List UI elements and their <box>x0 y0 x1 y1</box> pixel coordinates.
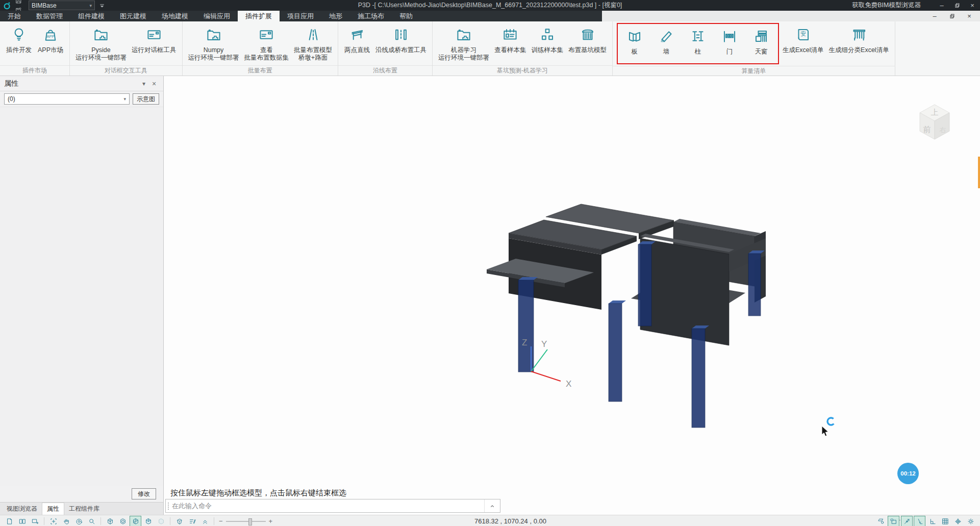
command-bar-drag-handle[interactable] <box>166 503 171 510</box>
axis-x-label: X <box>566 379 571 389</box>
menu-tab-数据管理[interactable]: 数据管理 <box>29 11 70 21</box>
highlight-red-box: 板墙柱门天窗 <box>617 23 779 64</box>
toolbar-options-icon[interactable] <box>98 2 107 9</box>
ribbon-tool-APP市场[interactable]: APPAPP市场 <box>35 22 66 65</box>
gear-icon[interactable] <box>965 516 976 526</box>
mdi-minimize-button[interactable]: – <box>927 11 942 21</box>
object-selector-dropdown[interactable]: (0) ▾ <box>4 93 130 105</box>
orbit-icon[interactable] <box>73 516 85 526</box>
pan-icon[interactable] <box>60 516 72 526</box>
app-bag-icon: APP <box>42 26 59 43</box>
ribbon-group-label: 对话框交互工具 <box>70 65 182 76</box>
panel-tab-属性[interactable]: 属性 <box>42 503 64 515</box>
modify-button[interactable]: 修改 <box>132 488 156 499</box>
zoom-slider-track[interactable] <box>226 521 266 522</box>
view-hidden-line-icon[interactable] <box>117 516 129 526</box>
ribbon-tool-label: 门 <box>726 48 733 56</box>
mdi-close-button[interactable]: × <box>962 11 977 21</box>
menu-tab-帮助[interactable]: 帮助 <box>392 11 420 21</box>
viewport-3d[interactable]: Z Y X 上 前 右 00:12 按住鼠标左键拖动框选模型，点击鼠标右键结束框… <box>164 76 980 515</box>
ribbon-tool-沿线成桥布置工具[interactable]: 沿线成桥布置工具 <box>373 22 429 65</box>
slab-icon <box>626 28 643 45</box>
menu-tab-编辑应用[interactable]: 编辑应用 <box>196 11 238 21</box>
menu-tab-地形[interactable]: 地形 <box>321 11 350 21</box>
zoom-slider-handle[interactable] <box>248 518 252 525</box>
view-realistic-icon[interactable] <box>155 516 167 526</box>
command-input[interactable] <box>171 502 484 510</box>
new-view-icon[interactable] <box>4 516 15 526</box>
ribbon-tool-生成细分类Excel清单[interactable]: 生成细分类Excel清单 <box>826 22 892 66</box>
ribbon-tool-机器学习[interactable]: 机器学习运行环境一键部署 <box>436 22 492 65</box>
statusbar-separator <box>170 517 170 525</box>
command-collapse-button[interactable] <box>484 499 500 512</box>
ribbon-group: Pyside运行环境一键部署运行对话框工具对话框交互工具 <box>70 21 183 76</box>
panel-close-icon[interactable]: × <box>149 80 159 88</box>
zoom-slider[interactable]: − + <box>219 517 272 525</box>
close-button[interactable]: × <box>965 0 980 11</box>
ribbon-tool-训练样本集[interactable]: 训练样本集 <box>529 22 566 65</box>
ribbon-tool-天窗[interactable]: 天窗 <box>745 24 777 63</box>
restore-button[interactable] <box>949 0 965 11</box>
zoom-in-icon[interactable]: + <box>269 517 273 525</box>
menu-tab-组件建模[interactable]: 组件建模 <box>70 11 112 21</box>
ribbon-tool-运行对话框工具[interactable]: 运行对话框工具 <box>129 22 179 65</box>
ribbon-tool-布置基坑模型[interactable]: 布置基坑模型 <box>566 22 609 65</box>
ribbon-tool-label: 训练样本集 <box>532 46 564 54</box>
snap-lasso-icon[interactable] <box>875 516 887 526</box>
zoom-out-icon[interactable]: − <box>219 517 223 525</box>
session-timer-badge[interactable]: 00:12 <box>897 463 919 484</box>
view-wireframe-icon[interactable] <box>104 516 116 526</box>
wall-icon <box>658 28 675 45</box>
ribbon-group: 板墙柱门天窗安生成Excel清单生成细分类Excel清单算量清单 <box>613 21 895 76</box>
zoom-window-icon[interactable] <box>86 516 97 526</box>
right-angle-icon[interactable] <box>926 516 938 526</box>
panel-collapse-icon[interactable]: ▾ <box>139 80 149 87</box>
perpendicular-icon[interactable] <box>914 516 925 526</box>
grid-icon[interactable] <box>939 516 951 526</box>
ribbon-tool-Pyside[interactable]: Pyside运行环境一键部署 <box>73 22 129 65</box>
panel-tab-视图浏览器[interactable]: 视图浏览器 <box>2 503 42 515</box>
dialog-icon <box>145 26 163 43</box>
section-icon[interactable] <box>173 516 185 526</box>
ribbon-tool-查看样本集[interactable]: 查看样本集 <box>492 22 529 65</box>
ribbon-tool-两点直线[interactable]: 两点直线 <box>341 22 373 65</box>
gizmo-icon[interactable] <box>952 516 964 526</box>
collapse-icon[interactable] <box>199 516 211 526</box>
display-filter-icon[interactable] <box>186 516 198 526</box>
view-shaded-edges-icon[interactable] <box>142 516 154 526</box>
save-icon[interactable] <box>13 0 23 6</box>
menu-tab-施工场布[interactable]: 施工场布 <box>350 11 392 21</box>
tile-windows-icon[interactable] <box>16 516 28 526</box>
bim-viewer-link[interactable]: 获取免费BIM模型浏览器 <box>852 1 921 10</box>
workspace-dropdown[interactable]: BIMBase ▾ <box>29 1 95 10</box>
ribbon-tool-查看[interactable]: 查看批量布置数据集 <box>242 22 292 65</box>
chevron-up-icon[interactable]: ˆ <box>899 519 900 523</box>
new-window-icon[interactable] <box>29 516 41 526</box>
menu-tab-图元建模[interactable]: 图元建模 <box>112 11 154 21</box>
ribbon-tool-label: 生成细分类Excel清单 <box>829 46 889 54</box>
excel-book-icon: 安 <box>794 26 812 43</box>
object-snap-icon[interactable] <box>888 516 899 526</box>
ribbon-tool-插件开发[interactable]: 插件开发 <box>3 22 35 65</box>
schematic-button[interactable]: 示意图 <box>133 93 159 105</box>
view-shaded-icon[interactable] <box>130 516 141 526</box>
ribbon-group: 机器学习运行环境一键部署查看样本集训练样本集布置基坑模型基坑预测-机器学习 <box>433 21 613 76</box>
polar-track-icon[interactable] <box>901 516 913 526</box>
ribbon-tool-柱[interactable]: 柱 <box>682 24 714 63</box>
panel-tab-工程组件库[interactable]: 工程组件库 <box>64 503 104 515</box>
menu-tab-开始[interactable]: 开始 <box>0 11 29 21</box>
mdi-restore-button[interactable] <box>944 11 960 21</box>
minimize-button[interactable]: – <box>934 0 949 11</box>
menu-tab-项目应用[interactable]: 项目应用 <box>280 11 321 21</box>
ribbon-tool-门[interactable]: 门 <box>714 24 745 63</box>
view-cube[interactable]: 上 前 右 <box>914 102 956 144</box>
ribbon-group-label: 沿线布置 <box>338 65 432 76</box>
ribbon-tool-板[interactable]: 板 <box>619 24 650 63</box>
zoom-extents-icon[interactable] <box>47 516 59 526</box>
ribbon-tool-生成Excel清单[interactable]: 安生成Excel清单 <box>780 22 826 66</box>
ribbon-tool-墙[interactable]: 墙 <box>650 24 682 63</box>
ribbon-tool-批量布置模型[interactable]: 批量布置模型桥墩+路面 <box>291 22 335 65</box>
ribbon-tool-Numpy[interactable]: Numpy运行环境一键部署 <box>186 22 242 65</box>
menu-tab-场地建模[interactable]: 场地建模 <box>154 11 196 21</box>
menu-tab-插件扩展[interactable]: 插件扩展 <box>238 11 280 21</box>
